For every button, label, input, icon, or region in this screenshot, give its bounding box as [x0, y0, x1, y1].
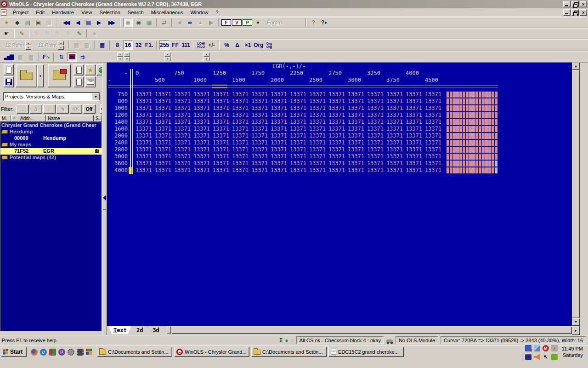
- hxd-icon[interactable]: [49, 349, 56, 356]
- filter-off-button[interactable]: Off: [83, 104, 96, 114]
- map-cell[interactable]: 13371: [424, 146, 443, 153]
- map-cell[interactable]: 13371: [308, 160, 328, 167]
- map-cell[interactable]: 13371: [154, 139, 173, 146]
- map-cell[interactable]: 13371: [366, 139, 385, 146]
- map-cell[interactable]: 13371: [192, 119, 212, 125]
- panel-splitter[interactable]: [102, 63, 107, 335]
- map-cell[interactable]: 13371: [366, 126, 385, 132]
- scroll-up-icon[interactable]: ▲: [572, 63, 580, 70]
- map-cell[interactable]: 13371: [231, 132, 250, 139]
- map-cell[interactable]: 13371: [385, 119, 405, 125]
- map-cell[interactable]: 13371: [173, 105, 192, 111]
- map-cell[interactable]: 13371: [212, 91, 231, 98]
- map-cell[interactable]: 13371: [154, 126, 173, 132]
- ie-icon[interactable]: e: [40, 349, 47, 356]
- original-button[interactable]: Org: [254, 40, 263, 50]
- map-cell[interactable]: 13371: [212, 98, 231, 104]
- map-cell[interactable]: 13371: [289, 91, 308, 98]
- sync-windows-icon[interactable]: ⇄: [159, 18, 169, 27]
- map-cell[interactable]: 13371: [270, 139, 289, 146]
- map-cell[interactable]: 13371: [231, 91, 250, 98]
- delta-button[interactable]: Δ: [232, 40, 242, 50]
- map-cell[interactable]: 13371: [385, 132, 405, 139]
- firefox-icon[interactable]: [31, 349, 38, 356]
- map-cell[interactable]: 13371: [308, 132, 328, 139]
- map-cell[interactable]: 13371: [250, 132, 270, 139]
- font-size-spinner-2[interactable]: 12 Point▲▼: [37, 41, 64, 50]
- map-cell[interactable]: 13371: [424, 139, 443, 146]
- map-cell[interactable]: 13371: [192, 112, 212, 118]
- map-cell[interactable]: 13371: [173, 132, 192, 139]
- map-cell[interactable]: 13371: [385, 153, 405, 160]
- map-cell[interactable]: 13371: [328, 119, 347, 125]
- map-cell[interactable]: 13371: [328, 146, 347, 153]
- pencil-relative-icon[interactable]: ✎: [43, 29, 52, 38]
- context-help-icon[interactable]: ?▸: [319, 18, 329, 27]
- map-chart-icon[interactable]: ▃▅▇: [2, 52, 15, 62]
- map-cell[interactable]: 13371: [154, 153, 173, 160]
- mono-width-icon[interactable]: ▦: [72, 40, 81, 50]
- font-size-spinner-2-down-icon[interactable]: ▼: [58, 46, 64, 50]
- map-cell[interactable]: 13371: [405, 126, 424, 132]
- map-cell[interactable]: 13371: [135, 98, 154, 104]
- map-cell[interactable]: 13371: [424, 91, 443, 98]
- map-cell[interactable]: 13371: [328, 126, 347, 132]
- filter-flag-button[interactable]: ◥: [57, 104, 69, 114]
- map-cell[interactable]: 13371: [212, 119, 231, 125]
- menu-selection[interactable]: Selection: [96, 9, 124, 16]
- map-cell[interactable]: 13371: [173, 139, 192, 146]
- map-cell[interactable]: 13371: [270, 112, 289, 118]
- map-wizard-button[interactable]: ★: [85, 64, 96, 75]
- map-cell[interactable]: 13371: [250, 153, 270, 160]
- pc-error-icon[interactable]: [525, 345, 531, 351]
- bits-16-button[interactable]: 16: [123, 40, 133, 50]
- axis-spinner-group-3[interactable]: ▲▼: [204, 52, 209, 61]
- version-overview-icon[interactable]: ▦: [84, 18, 93, 27]
- map-cell[interactable]: 13371: [385, 105, 405, 111]
- tree-view-icon[interactable]: ≣: [123, 18, 133, 27]
- tree-folder-row[interactable]: Hexdump: [0, 129, 102, 135]
- map-cell[interactable]: 13371: [289, 126, 308, 132]
- new-project-button[interactable]: [4, 64, 14, 75]
- map-cell[interactable]: 13371: [270, 126, 289, 132]
- taskbar-button[interactable]: C:\Documents and Settin...: [97, 347, 172, 357]
- map-cell[interactable]: 13371: [405, 139, 424, 146]
- decimal-button[interactable]: 255: [159, 40, 170, 50]
- special-edit-icon[interactable]: ◈: [90, 29, 99, 38]
- map-cell[interactable]: 13371: [405, 105, 424, 111]
- map-cell[interactable]: 13371: [270, 160, 289, 167]
- nvidia-icon[interactable]: [551, 354, 558, 360]
- map-delete-icon[interactable]: ▦: [26, 52, 36, 62]
- map-cell[interactable]: 13371: [366, 105, 385, 111]
- map-cell[interactable]: 13371: [347, 126, 366, 132]
- restore-button[interactable]: [571, 9, 579, 16]
- column-header-name[interactable]: Name: [46, 115, 94, 122]
- taskbar-button[interactable]: ∞WinOLS - Chrysler Grand...: [174, 347, 249, 357]
- map-cell[interactable]: 13371: [231, 112, 250, 118]
- grid-mode-icon[interactable]: ▦: [97, 40, 107, 50]
- pencil-values-icon[interactable]: ✎: [74, 29, 84, 38]
- utorrent-icon[interactable]: µ: [58, 349, 65, 356]
- filter-delta-button[interactable]: Δ: [30, 104, 42, 114]
- map-cell[interactable]: 13371: [366, 98, 385, 104]
- map-cell[interactable]: 13371: [135, 119, 154, 125]
- map-cell[interactable]: 13371: [289, 119, 308, 125]
- map-cell[interactable]: 13371: [192, 160, 212, 167]
- print-icon[interactable]: ▤: [23, 18, 33, 27]
- font-size-spinner-1-down-icon[interactable]: ▼: [25, 46, 31, 50]
- map-cell[interactable]: 13371: [154, 112, 173, 118]
- map-cell[interactable]: 13371: [212, 112, 231, 118]
- prev-map-icon[interactable]: ◀: [175, 18, 184, 27]
- window-frame-icon[interactable]: [67, 52, 77, 62]
- tree-folder-row[interactable]: Potential maps (42): [0, 155, 102, 161]
- map-cell[interactable]: 13371: [308, 139, 328, 146]
- next-version-icon[interactable]: ▶: [94, 18, 104, 27]
- map-cell[interactable]: 13371: [289, 146, 308, 153]
- map-cell[interactable]: 13371: [385, 167, 405, 173]
- map-cell[interactable]: 13371: [366, 132, 385, 139]
- factor-p-icon[interactable]: P: [243, 19, 252, 26]
- gear-icon[interactable]: [68, 349, 74, 356]
- menu-edit[interactable]: Edit: [32, 9, 48, 16]
- network-icon[interactable]: [534, 345, 540, 351]
- prop-width-icon[interactable]: ▩: [82, 40, 92, 50]
